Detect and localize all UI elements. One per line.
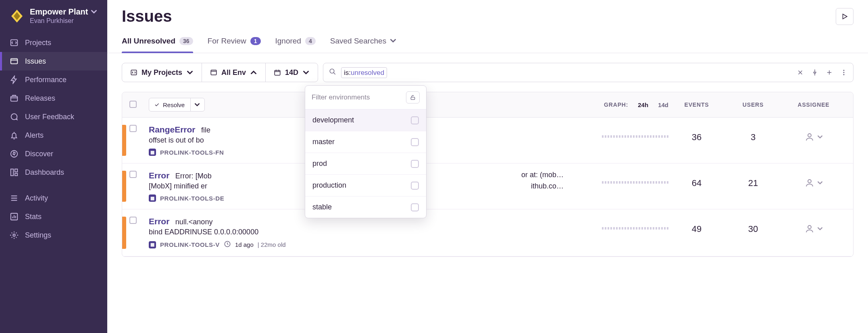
issue-title[interactable]: Error: [149, 217, 169, 226]
chevron-down-icon[interactable]: [190, 98, 200, 111]
svg-point-19: [808, 225, 811, 229]
issue-title[interactable]: Error: [149, 171, 169, 180]
activity-icon: [10, 194, 19, 203]
sidebar-item-settings[interactable]: Settings: [0, 226, 107, 244]
checkbox[interactable]: [411, 203, 419, 211]
users-count: 3: [725, 125, 781, 143]
stats-icon: [10, 212, 19, 221]
env-option-stable[interactable]: stable: [305, 196, 426, 218]
search-bar[interactable]: is:unresolved: [323, 63, 853, 82]
env-option-master[interactable]: master: [305, 131, 426, 153]
assignee-picker[interactable]: [781, 217, 846, 234]
env-option-production[interactable]: production: [305, 175, 426, 196]
sidebar-item-alerts[interactable]: Alerts: [0, 126, 107, 145]
tab-all-unresolved[interactable]: All Unresolved36: [122, 37, 193, 53]
resolve-button[interactable]: Resolve: [149, 98, 205, 112]
severity-indicator: [122, 125, 126, 156]
svg-rect-1: [11, 59, 18, 64]
window-icon: [210, 69, 217, 76]
sparkline: [564, 217, 668, 230]
sidebar-item-projects[interactable]: Projects: [0, 33, 107, 52]
chevron-down-icon: [186, 69, 194, 76]
severity-indicator: [122, 217, 126, 249]
table-row[interactable]: RangeError file offset is out of bo ▦PRO…: [122, 118, 853, 163]
row-checkbox[interactable]: [129, 217, 137, 224]
checkbox[interactable]: [411, 138, 419, 146]
svg-rect-2: [11, 96, 18, 101]
svg-rect-4: [11, 169, 13, 176]
issue-subtitle: file: [201, 126, 210, 134]
table-row[interactable]: Error Error: [Mob or at: (mob… [MobX] mi…: [122, 163, 853, 209]
sidebar-item-stats[interactable]: Stats: [0, 207, 107, 226]
issue-tabs: All Unresolved36 For Review1 Ignored4 Sa…: [107, 37, 868, 53]
chevron-up-icon: [250, 69, 257, 76]
settings-icon: [10, 231, 19, 240]
org-name: Empower Plant: [30, 7, 88, 17]
sidebar-item-dashboards[interactable]: Dashboards: [0, 163, 107, 182]
row-checkbox[interactable]: [129, 171, 137, 178]
svg-point-3: [11, 151, 18, 157]
tab-for-review[interactable]: For Review1: [208, 37, 261, 53]
tab-ignored[interactable]: Ignored4: [275, 37, 316, 53]
primary-nav: Projects Issues Performance Releases Use…: [0, 33, 107, 244]
main-content: Issues All Unresolved36 For Review1 Igno…: [107, 0, 868, 333]
events-count: 64: [668, 171, 725, 188]
sidebar-item-activity[interactable]: Activity: [0, 189, 107, 207]
issue-subtitle: Error: [Mob: [175, 172, 212, 180]
tab-saved-searches[interactable]: Saved Searches: [330, 37, 396, 53]
more-icon[interactable]: [840, 69, 847, 76]
sidebar-item-performance[interactable]: Performance: [0, 70, 107, 89]
plus-icon[interactable]: [826, 69, 833, 76]
project-badge-icon: ▦: [149, 241, 156, 248]
events-count: 49: [668, 217, 725, 234]
filter-group: My Projects All Env 14D: [122, 63, 318, 82]
assignee-picker[interactable]: [781, 125, 846, 142]
sidebar: Empower Plant Evan Purkhiser Projects Is…: [0, 0, 107, 333]
chevron-down-icon: [390, 37, 396, 46]
play-button[interactable]: [836, 8, 853, 25]
env-filter-placeholder[interactable]: Filter environments: [312, 93, 370, 101]
project-badge-icon: ▦: [149, 194, 156, 202]
env-filter[interactable]: All Env: [202, 63, 265, 82]
assignee-picker[interactable]: [781, 171, 846, 188]
svg-point-13: [843, 70, 845, 71]
checkbox[interactable]: [411, 182, 419, 190]
select-all-checkbox[interactable]: [129, 101, 137, 108]
date-filter[interactable]: 14D: [265, 63, 318, 82]
env-option-development[interactable]: development: [305, 110, 426, 131]
sidebar-item-issues[interactable]: Issues: [0, 52, 107, 70]
svg-point-14: [843, 72, 845, 73]
org-switcher[interactable]: Empower Plant Evan Purkhiser: [0, 7, 107, 33]
svg-point-16: [808, 134, 811, 137]
chevron-down-icon: [302, 69, 310, 76]
clear-icon[interactable]: [797, 69, 804, 76]
col-assignee: ASSIGNEE: [781, 101, 846, 108]
svg-rect-20: [411, 97, 414, 99]
row-checkbox[interactable]: [129, 125, 137, 132]
sidebar-item-feedback[interactable]: User Feedback: [0, 108, 107, 126]
graph-14d-toggle[interactable]: 14d: [658, 101, 668, 108]
graph-24h-toggle[interactable]: 24h: [638, 101, 648, 108]
dashboards-icon: [10, 168, 19, 177]
issue-title[interactable]: RangeError: [149, 125, 196, 134]
checkbox[interactable]: [411, 116, 419, 124]
svg-rect-11: [275, 70, 280, 75]
checkbox[interactable]: [411, 160, 419, 168]
col-events: EVENTS: [668, 101, 725, 108]
sidebar-item-releases[interactable]: Releases: [0, 89, 107, 108]
project-icon: [130, 69, 137, 76]
clock-icon: [224, 240, 231, 249]
chevron-down-icon: [91, 7, 97, 17]
sidebar-item-discover[interactable]: Discover: [0, 145, 107, 163]
env-option-prod[interactable]: prod: [305, 153, 426, 175]
lock-icon[interactable]: [406, 91, 420, 103]
project-filter[interactable]: My Projects: [122, 63, 202, 82]
search-chip[interactable]: is:unresolved: [341, 67, 387, 78]
projects-icon: [10, 38, 19, 47]
pin-icon[interactable]: [811, 69, 818, 76]
tab-count: 36: [179, 37, 193, 45]
discover-icon: [10, 149, 19, 158]
table-row[interactable]: Error null.<anony bind EADDRINUSE 0.0.0.…: [122, 209, 853, 256]
performance-icon: [10, 75, 19, 84]
issues-icon: [10, 57, 19, 66]
